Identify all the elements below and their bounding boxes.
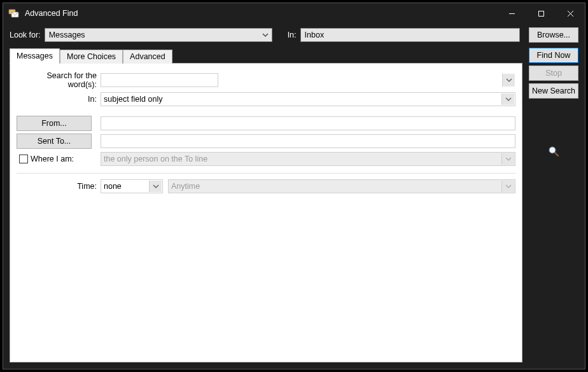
lookfor-label: Look for: [10,31,41,39]
lookfor-value: Messages [49,31,85,39]
where-i-am-dropdown: the only person on the To line [101,152,515,166]
row-from: From... [17,116,515,131]
close-button[interactable] [556,3,585,24]
chevron-down-icon[interactable] [502,74,515,86]
main-row: Messages More Choices Advanced Search fo… [3,48,585,369]
divider [17,173,515,174]
tab-more-choices[interactable]: More Choices [60,50,123,64]
advanced-find-window: Advanced Find Look for: Messages In: Inb… [3,3,585,369]
tab-host: Messages More Choices Advanced Search fo… [10,48,522,362]
time-type-dropdown[interactable]: none [101,179,163,193]
row-where-i-am: Where I am: the only person on the To li… [17,151,515,167]
browse-button[interactable]: Browse... [529,27,578,43]
chevron-down-icon [262,31,269,39]
tabstrip: Messages More Choices Advanced [10,48,522,63]
tab-panel-messages: Search for the word(s): In: subject fiel… [10,63,522,362]
app-icon [8,8,20,18]
sent-to-input[interactable] [101,134,515,148]
where-i-am-checkbox[interactable] [19,155,28,163]
time-label: Time: [17,182,98,191]
magnifier-icon [548,146,559,160]
maximize-button[interactable] [526,3,556,24]
row-sent-to: Sent To... [17,134,515,149]
minimize-button[interactable] [497,3,526,24]
in-label: In: [288,31,297,39]
where-i-am-label: Where I am: [31,155,74,163]
new-search-button[interactable]: New Search [529,83,578,99]
chevron-down-icon [149,181,162,192]
chevron-down-icon [501,181,514,192]
titlebar: Advanced Find [3,3,585,24]
row-time: Time: none Anytime [17,179,515,194]
chevron-down-icon [501,153,514,165]
find-now-button[interactable]: Find Now [529,48,578,63]
row-search-words: Search for the word(s): [17,71,515,89]
search-words-input[interactable] [101,73,218,87]
in-folder-value: Inbox [305,31,325,39]
stop-button: Stop [529,65,578,81]
tab-messages[interactable]: Messages [10,48,60,64]
svg-rect-2 [538,11,543,16]
search-in-dropdown[interactable]: subject field only [101,92,515,106]
row-search-in: In: subject field only [17,92,515,107]
action-column: Find Now Stop New Search [529,48,578,160]
search-in-label: In: [17,95,98,104]
chevron-down-icon [501,93,514,105]
search-words-label: Search for the word(s): [17,71,98,89]
in-folder-field[interactable]: Inbox [300,28,520,42]
sent-to-button[interactable]: Sent To... [17,134,92,149]
lookfor-row: Look for: Messages In: Inbox Browse... [3,24,585,48]
lookfor-dropdown[interactable]: Messages [45,28,272,42]
time-range-dropdown: Anytime [168,179,515,193]
window-title: Advanced Find [25,9,78,18]
tab-advanced[interactable]: Advanced [123,50,172,64]
from-button[interactable]: From... [17,116,92,131]
from-input[interactable] [101,116,515,130]
